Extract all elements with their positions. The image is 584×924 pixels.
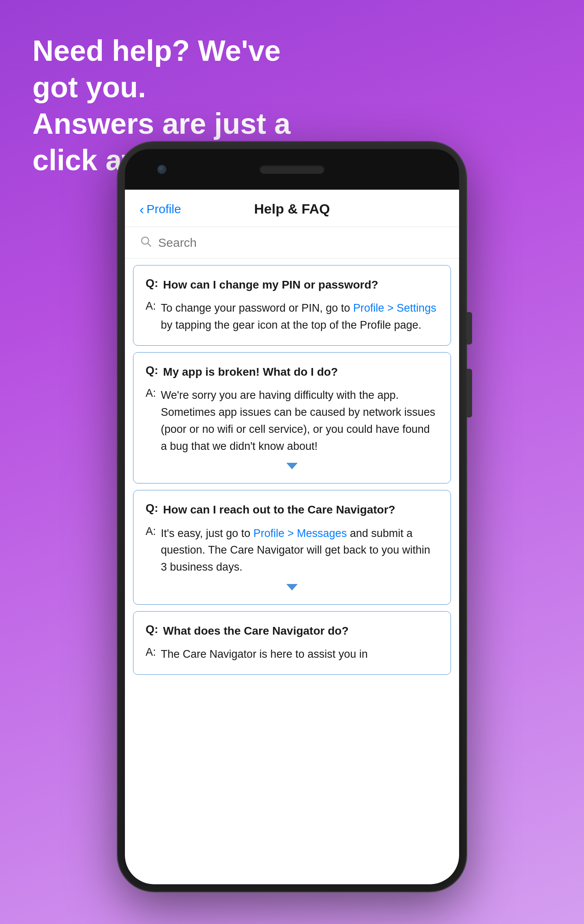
faq-a-label-2: A: (146, 387, 156, 400)
faq-answer-2: A: We're sorry you are having difficulty… (146, 387, 438, 455)
faq-expand-3[interactable] (146, 582, 438, 593)
faq-a-label-1: A: (146, 300, 156, 312)
search-input[interactable] (158, 236, 444, 250)
back-chevron-icon: ‹ (140, 202, 144, 216)
svg-line-1 (148, 244, 151, 246)
faq-a-label-4: A: (146, 646, 156, 659)
phone-mockup: ‹ Profile Help & FAQ (118, 142, 466, 892)
faq-question-2: Q: My app is broken! What do I do? (146, 364, 438, 380)
app-content: ‹ Profile Help & FAQ (125, 190, 459, 884)
nav-header: ‹ Profile Help & FAQ (125, 190, 459, 227)
faq-question-text-2: My app is broken! What do I do? (163, 364, 338, 380)
faq-link-1[interactable]: Profile > Settings (353, 302, 436, 314)
faq-answer-4: A: The Care Navigator is here to assist … (146, 646, 438, 663)
faq-item-4[interactable]: Q: What does the Care Navigator do? A: T… (133, 611, 451, 675)
faq-question-3: Q: How can I reach out to the Care Navig… (146, 502, 438, 518)
back-label: Profile (146, 202, 181, 216)
chevron-down-icon-3 (286, 584, 298, 590)
faq-question-text-3: How can I reach out to the Care Navigato… (163, 502, 395, 518)
phone-screen: ‹ Profile Help & FAQ (125, 190, 459, 884)
page-title: Help & FAQ (254, 201, 330, 217)
faq-item-3[interactable]: Q: How can I reach out to the Care Navig… (133, 490, 451, 605)
faq-question-text-4: What does the Care Navigator do? (163, 623, 348, 639)
faq-answer-1: A: To change your password or PIN, go to… (146, 300, 438, 334)
back-button[interactable]: ‹ Profile (140, 202, 181, 216)
faq-q-label-2: Q: (146, 364, 158, 377)
phone-top-bar (125, 149, 459, 190)
faq-answer-text-4: The Care Navigator is here to assist you… (161, 646, 368, 663)
faq-expand-2[interactable] (146, 461, 438, 472)
faq-answer-3: A: It's easy, just go to Profile > Messa… (146, 525, 438, 576)
phone-camera (157, 165, 166, 174)
faq-link-3[interactable]: Profile > Messages (253, 527, 347, 539)
faq-question-1: Q: How can I change my PIN or password? (146, 277, 438, 293)
faq-answer-text-2: We're sorry you are having difficulty wi… (161, 387, 438, 455)
search-icon (140, 235, 152, 250)
faq-answer-text-3: It's easy, just go to Profile > Messages… (161, 525, 438, 576)
faq-item-1[interactable]: Q: How can I change my PIN or password? … (133, 265, 451, 346)
faq-list: Q: How can I change my PIN or password? … (125, 259, 459, 884)
phone-speaker (260, 165, 324, 174)
chevron-down-icon-2 (286, 463, 298, 469)
faq-q-label-1: Q: (146, 277, 158, 290)
faq-question-4: Q: What does the Care Navigator do? (146, 623, 438, 639)
faq-q-label-4: Q: (146, 623, 158, 636)
faq-answer-text-1: To change your password or PIN, go to Pr… (161, 300, 438, 334)
search-bar (125, 227, 459, 259)
faq-q-label-3: Q: (146, 502, 158, 515)
faq-question-text-1: How can I change my PIN or password? (163, 277, 378, 293)
faq-item-2[interactable]: Q: My app is broken! What do I do? A: We… (133, 352, 451, 484)
phone-shell: ‹ Profile Help & FAQ (118, 142, 466, 892)
faq-a-label-3: A: (146, 525, 156, 538)
